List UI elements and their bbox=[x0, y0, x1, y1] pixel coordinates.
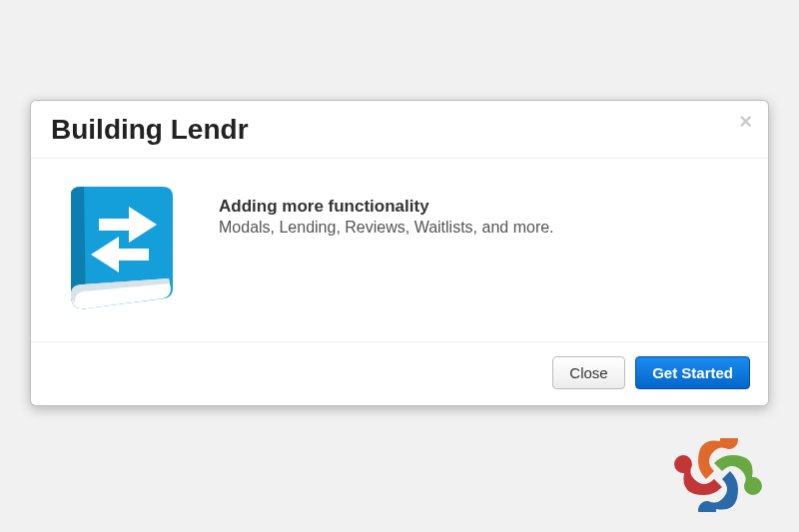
modal-dialog: Building Lendr × Adding more functionali… bbox=[30, 100, 769, 406]
get-started-button[interactable]: Get Started bbox=[635, 356, 750, 389]
modal-header: Building Lendr × bbox=[31, 101, 768, 159]
close-button[interactable]: Close bbox=[552, 356, 624, 389]
modal-title: Building Lendr bbox=[51, 115, 748, 146]
modal-body-text: Adding more functionality Modals, Lendin… bbox=[219, 177, 554, 237]
modal-body: Adding more functionality Modals, Lendin… bbox=[31, 159, 768, 342]
book-exchange-icon bbox=[51, 177, 191, 311]
close-icon[interactable]: × bbox=[739, 111, 752, 133]
joomla-logo-icon bbox=[673, 438, 763, 512]
modal-footer: Close Get Started bbox=[31, 342, 768, 405]
body-heading: Adding more functionality bbox=[219, 197, 554, 217]
body-subtext: Modals, Lending, Reviews, Waitlists, and… bbox=[219, 219, 554, 237]
